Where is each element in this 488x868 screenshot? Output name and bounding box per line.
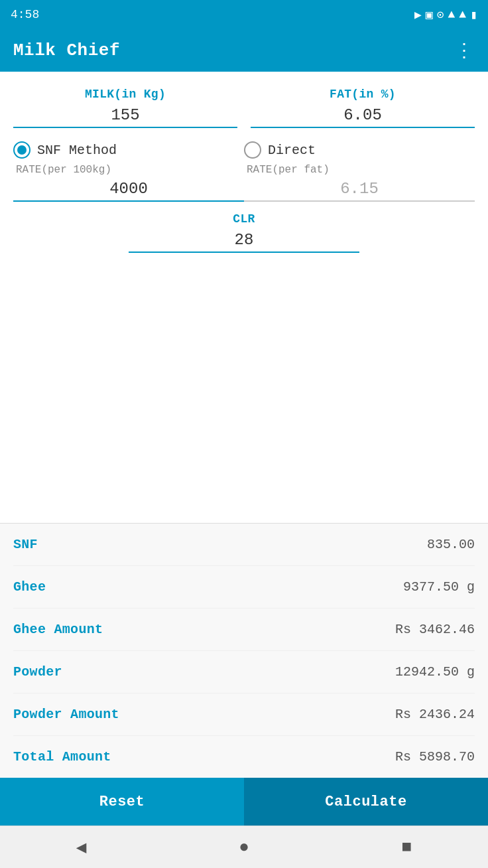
fat-input[interactable] xyxy=(251,106,475,128)
milk-label: MILK(in Kg) xyxy=(85,88,166,101)
direct-rate-input[interactable] xyxy=(244,180,475,202)
direct-method-col: Direct RATE(per fat) xyxy=(244,141,475,202)
snf-rate-label: RATE(per 100kg) xyxy=(16,164,244,176)
snf-method-col: SNF Method RATE(per 100kg) xyxy=(13,141,244,202)
result-label-powder: Powder xyxy=(13,664,62,680)
result-value-powder-amount: Rs 2436.24 xyxy=(395,707,475,722)
nordictrack-icon: ⊙ xyxy=(437,7,444,22)
result-row: Ghee AmountRs 3462.46 xyxy=(13,609,475,651)
snf-method-radio[interactable]: SNF Method xyxy=(13,141,244,159)
milk-col: MILK(in Kg) xyxy=(13,88,237,128)
result-value-total-amount: Rs 5898.70 xyxy=(395,749,475,764)
calculate-button[interactable]: Calculate xyxy=(244,778,488,826)
direct-method-label: Direct xyxy=(268,143,316,158)
result-row: Powder12942.50 g xyxy=(13,651,475,693)
nav-bar: ◀ ● ■ xyxy=(0,826,488,868)
sim-icon: ▣ xyxy=(426,7,433,22)
result-value-ghee-amount: Rs 3462.46 xyxy=(395,622,475,637)
status-bar: 4:58 ▶ ▣ ⊙ ▲ ▲ ▮ xyxy=(0,0,488,29)
app-bar: Milk Chief ⋮ xyxy=(0,29,488,72)
back-button[interactable]: ◀ xyxy=(76,837,87,858)
clr-input[interactable] xyxy=(129,231,359,253)
battery-icon: ▮ xyxy=(470,7,477,22)
fat-col: FAT(in %) xyxy=(251,88,475,128)
status-time: 4:58 xyxy=(11,8,39,21)
status-time-area: 4:58 xyxy=(11,8,39,21)
home-button[interactable]: ● xyxy=(239,837,249,857)
result-value-ghee: 9377.50 g xyxy=(403,579,475,595)
results-section: SNF835.00Ghee9377.50 gGhee AmountRs 3462… xyxy=(0,524,488,778)
result-row: Ghee9377.50 g xyxy=(13,566,475,609)
result-row: SNF835.00 xyxy=(13,524,475,566)
direct-rate-label: RATE(per fat) xyxy=(247,164,475,176)
app-title: Milk Chief xyxy=(13,40,120,60)
result-row: Total AmountRs 5898.70 xyxy=(13,736,475,778)
result-label-ghee-amount: Ghee Amount xyxy=(13,622,103,637)
snf-method-label: SNF Method xyxy=(37,143,117,158)
result-value-powder: 12942.50 g xyxy=(395,664,475,680)
milk-fat-row: MILK(in Kg) FAT(in %) xyxy=(13,88,475,128)
status-icons: ▶ ▣ ⊙ ▲ ▲ ▮ xyxy=(414,7,477,22)
signal-icon: ▲ xyxy=(459,8,466,21)
clr-label: CLR xyxy=(233,212,255,226)
wifi-icon: ▲ xyxy=(448,8,456,21)
clr-row: CLR xyxy=(13,212,475,253)
result-label-total-amount: Total Amount xyxy=(13,749,111,764)
clr-col: CLR xyxy=(129,212,359,253)
method-row: SNF Method RATE(per 100kg) Direct RATE(p… xyxy=(13,141,475,202)
fat-label: FAT(in %) xyxy=(330,88,396,101)
result-label-ghee: Ghee xyxy=(13,579,46,595)
reset-button[interactable]: Reset xyxy=(0,778,244,826)
direct-radio-circle[interactable] xyxy=(244,141,261,159)
result-label-snf: SNF xyxy=(13,537,38,552)
result-value-snf: 835.00 xyxy=(427,537,475,552)
youtube-icon: ▶ xyxy=(414,7,422,22)
snf-radio-circle[interactable] xyxy=(13,141,30,159)
recents-button[interactable]: ■ xyxy=(402,837,412,857)
main-content: MILK(in Kg) FAT(in %) SNF Method RATE(pe… xyxy=(0,72,488,523)
milk-input[interactable] xyxy=(13,106,237,128)
snf-rate-input[interactable] xyxy=(13,180,244,202)
result-row: Powder AmountRs 2436.24 xyxy=(13,693,475,736)
overflow-menu-button[interactable]: ⋮ xyxy=(455,39,475,62)
result-label-powder-amount: Powder Amount xyxy=(13,707,119,722)
action-buttons: Reset Calculate xyxy=(0,778,488,826)
direct-method-radio[interactable]: Direct xyxy=(244,141,475,159)
